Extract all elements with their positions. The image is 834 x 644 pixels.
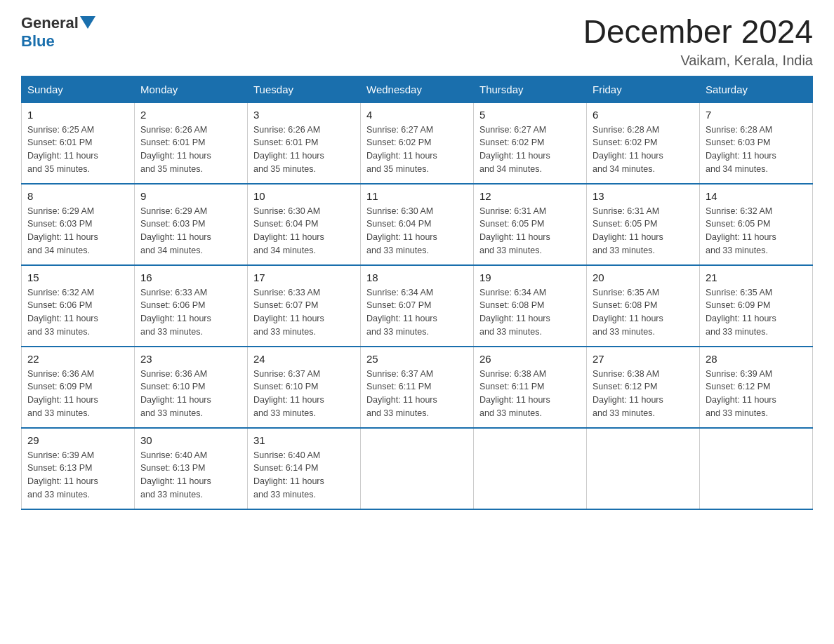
calendar-cell: 16Sunrise: 6:33 AMSunset: 6:06 PMDayligh… bbox=[135, 265, 248, 347]
day-info: Sunrise: 6:31 AMSunset: 6:05 PMDaylight:… bbox=[593, 205, 694, 257]
day-number: 28 bbox=[706, 353, 807, 365]
day-number: 26 bbox=[479, 353, 581, 365]
calendar-cell: 6Sunrise: 6:28 AMSunset: 6:02 PMDaylight… bbox=[587, 102, 700, 184]
calendar-cell: 26Sunrise: 6:38 AMSunset: 6:11 PMDayligh… bbox=[474, 347, 587, 428]
day-number: 18 bbox=[366, 271, 468, 283]
day-number: 12 bbox=[479, 190, 581, 202]
calendar-cell: 3Sunrise: 6:26 AMSunset: 6:01 PMDaylight… bbox=[248, 102, 361, 184]
day-info: Sunrise: 6:33 AMSunset: 6:07 PMDaylight:… bbox=[253, 286, 355, 339]
day-info: Sunrise: 6:37 AMSunset: 6:10 PMDaylight:… bbox=[253, 368, 355, 420]
day-number: 21 bbox=[706, 271, 807, 283]
calendar-cell: 12Sunrise: 6:31 AMSunset: 6:05 PMDayligh… bbox=[474, 184, 587, 265]
calendar-cell: 9Sunrise: 6:29 AMSunset: 6:03 PMDaylight… bbox=[135, 184, 248, 265]
calendar-cell: 15Sunrise: 6:32 AMSunset: 6:06 PMDayligh… bbox=[22, 265, 135, 347]
day-info: Sunrise: 6:34 AMSunset: 6:07 PMDaylight:… bbox=[366, 286, 468, 339]
day-info: Sunrise: 6:38 AMSunset: 6:12 PMDaylight:… bbox=[593, 368, 694, 420]
calendar-cell: 1Sunrise: 6:25 AMSunset: 6:01 PMDaylight… bbox=[22, 102, 135, 184]
day-info: Sunrise: 6:36 AMSunset: 6:09 PMDaylight:… bbox=[27, 368, 128, 420]
day-header-thursday: Thursday bbox=[474, 76, 587, 102]
calendar-week-2: 8Sunrise: 6:29 AMSunset: 6:03 PMDaylight… bbox=[22, 184, 813, 265]
calendar-week-3: 15Sunrise: 6:32 AMSunset: 6:06 PMDayligh… bbox=[22, 265, 813, 347]
day-number: 16 bbox=[140, 271, 241, 283]
calendar-cell bbox=[700, 428, 813, 509]
calendar-table: SundayMondayTuesdayWednesdayThursdayFrid… bbox=[21, 76, 813, 510]
calendar-cell bbox=[474, 428, 587, 509]
day-number: 4 bbox=[366, 109, 468, 121]
location-title: Vaikam, Kerala, India bbox=[583, 53, 813, 69]
calendar-header: SundayMondayTuesdayWednesdayThursdayFrid… bbox=[22, 76, 813, 102]
day-number: 8 bbox=[27, 190, 128, 202]
day-info: Sunrise: 6:27 AMSunset: 6:02 PMDaylight:… bbox=[366, 123, 468, 176]
day-header-saturday: Saturday bbox=[700, 76, 813, 102]
calendar-cell: 5Sunrise: 6:27 AMSunset: 6:02 PMDaylight… bbox=[474, 102, 587, 184]
day-info: Sunrise: 6:39 AMSunset: 6:12 PMDaylight:… bbox=[706, 368, 807, 420]
day-header-sunday: Sunday bbox=[22, 76, 135, 102]
day-info: Sunrise: 6:31 AMSunset: 6:05 PMDaylight:… bbox=[479, 205, 581, 257]
day-number: 27 bbox=[593, 353, 694, 365]
calendar-cell bbox=[361, 428, 474, 509]
day-info: Sunrise: 6:36 AMSunset: 6:10 PMDaylight:… bbox=[140, 368, 241, 420]
calendar-cell: 7Sunrise: 6:28 AMSunset: 6:03 PMDaylight… bbox=[700, 102, 813, 184]
day-number: 30 bbox=[140, 434, 241, 446]
day-info: Sunrise: 6:26 AMSunset: 6:01 PMDaylight:… bbox=[253, 123, 355, 176]
calendar-cell: 21Sunrise: 6:35 AMSunset: 6:09 PMDayligh… bbox=[700, 265, 813, 347]
day-number: 24 bbox=[253, 353, 355, 365]
day-number: 10 bbox=[253, 190, 355, 202]
logo-blue: Blue bbox=[21, 32, 55, 50]
day-info: Sunrise: 6:26 AMSunset: 6:01 PMDaylight:… bbox=[140, 123, 241, 176]
calendar-cell: 20Sunrise: 6:35 AMSunset: 6:08 PMDayligh… bbox=[587, 265, 700, 347]
day-number: 5 bbox=[479, 109, 581, 121]
day-number: 13 bbox=[593, 190, 694, 202]
calendar-cell: 11Sunrise: 6:30 AMSunset: 6:04 PMDayligh… bbox=[361, 184, 474, 265]
day-number: 7 bbox=[706, 109, 807, 121]
day-number: 15 bbox=[27, 271, 128, 283]
day-info: Sunrise: 6:40 AMSunset: 6:13 PMDaylight:… bbox=[140, 449, 241, 502]
day-info: Sunrise: 6:37 AMSunset: 6:11 PMDaylight:… bbox=[366, 368, 468, 420]
day-info: Sunrise: 6:25 AMSunset: 6:01 PMDaylight:… bbox=[27, 123, 128, 176]
calendar-week-4: 22Sunrise: 6:36 AMSunset: 6:09 PMDayligh… bbox=[22, 347, 813, 428]
day-info: Sunrise: 6:32 AMSunset: 6:05 PMDaylight:… bbox=[706, 205, 807, 257]
day-info: Sunrise: 6:27 AMSunset: 6:02 PMDaylight:… bbox=[479, 123, 581, 176]
day-info: Sunrise: 6:30 AMSunset: 6:04 PMDaylight:… bbox=[253, 205, 355, 257]
day-info: Sunrise: 6:35 AMSunset: 6:08 PMDaylight:… bbox=[593, 286, 694, 339]
calendar-week-5: 29Sunrise: 6:39 AMSunset: 6:13 PMDayligh… bbox=[22, 428, 813, 509]
day-info: Sunrise: 6:28 AMSunset: 6:02 PMDaylight:… bbox=[593, 123, 694, 176]
calendar-cell: 18Sunrise: 6:34 AMSunset: 6:07 PMDayligh… bbox=[361, 265, 474, 347]
calendar-cell: 22Sunrise: 6:36 AMSunset: 6:09 PMDayligh… bbox=[22, 347, 135, 428]
calendar-cell: 23Sunrise: 6:36 AMSunset: 6:10 PMDayligh… bbox=[135, 347, 248, 428]
day-info: Sunrise: 6:33 AMSunset: 6:06 PMDaylight:… bbox=[140, 286, 241, 339]
month-title: December 2024 bbox=[583, 14, 813, 50]
calendar-cell: 10Sunrise: 6:30 AMSunset: 6:04 PMDayligh… bbox=[248, 184, 361, 265]
calendar-week-1: 1Sunrise: 6:25 AMSunset: 6:01 PMDaylight… bbox=[22, 102, 813, 184]
day-info: Sunrise: 6:38 AMSunset: 6:11 PMDaylight:… bbox=[479, 368, 581, 420]
day-info: Sunrise: 6:40 AMSunset: 6:14 PMDaylight:… bbox=[253, 449, 355, 502]
calendar-cell: 25Sunrise: 6:37 AMSunset: 6:11 PMDayligh… bbox=[361, 347, 474, 428]
day-number: 25 bbox=[366, 353, 468, 365]
day-info: Sunrise: 6:39 AMSunset: 6:13 PMDaylight:… bbox=[27, 449, 128, 502]
day-number: 1 bbox=[27, 109, 128, 121]
calendar-cell: 31Sunrise: 6:40 AMSunset: 6:14 PMDayligh… bbox=[248, 428, 361, 509]
day-number: 9 bbox=[140, 190, 241, 202]
page-header: General Blue December 2024 Vaikam, Keral… bbox=[21, 14, 813, 69]
day-header-friday: Friday bbox=[587, 76, 700, 102]
svg-marker-0 bbox=[80, 16, 95, 29]
calendar-cell: 28Sunrise: 6:39 AMSunset: 6:12 PMDayligh… bbox=[700, 347, 813, 428]
calendar-cell: 2Sunrise: 6:26 AMSunset: 6:01 PMDaylight… bbox=[135, 102, 248, 184]
calendar-cell: 27Sunrise: 6:38 AMSunset: 6:12 PMDayligh… bbox=[587, 347, 700, 428]
day-info: Sunrise: 6:32 AMSunset: 6:06 PMDaylight:… bbox=[27, 286, 128, 339]
calendar-cell: 4Sunrise: 6:27 AMSunset: 6:02 PMDaylight… bbox=[361, 102, 474, 184]
day-number: 2 bbox=[140, 109, 241, 121]
day-info: Sunrise: 6:34 AMSunset: 6:08 PMDaylight:… bbox=[479, 286, 581, 339]
calendar-cell: 30Sunrise: 6:40 AMSunset: 6:13 PMDayligh… bbox=[135, 428, 248, 509]
day-header-wednesday: Wednesday bbox=[361, 76, 474, 102]
logo-general: General bbox=[21, 14, 79, 32]
logo-triangle-icon bbox=[80, 16, 95, 32]
calendar-cell: 19Sunrise: 6:34 AMSunset: 6:08 PMDayligh… bbox=[474, 265, 587, 347]
day-number: 22 bbox=[27, 353, 128, 365]
day-info: Sunrise: 6:29 AMSunset: 6:03 PMDaylight:… bbox=[140, 205, 241, 257]
calendar-cell: 24Sunrise: 6:37 AMSunset: 6:10 PMDayligh… bbox=[248, 347, 361, 428]
day-header-tuesday: Tuesday bbox=[248, 76, 361, 102]
day-number: 31 bbox=[253, 434, 355, 446]
day-number: 3 bbox=[253, 109, 355, 121]
day-number: 29 bbox=[27, 434, 128, 446]
